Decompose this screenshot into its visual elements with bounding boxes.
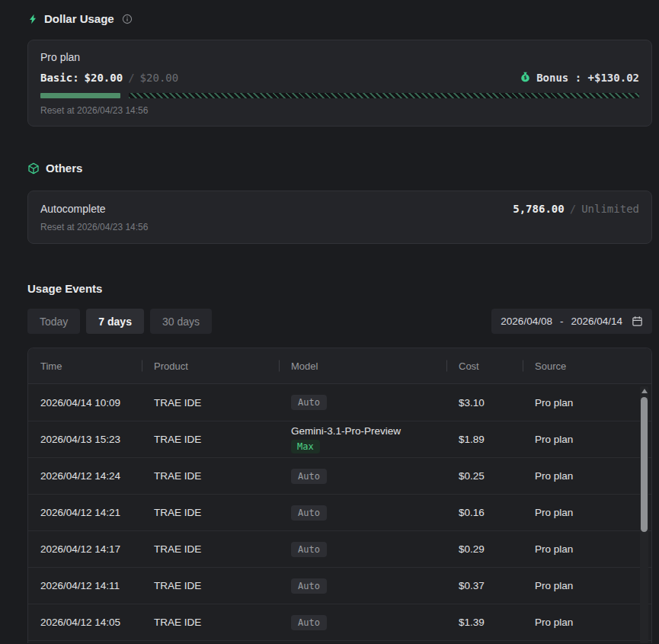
- column-header-time: Time: [28, 360, 142, 372]
- basic-used: $20.00: [85, 72, 123, 84]
- others-header: Others: [27, 162, 652, 175]
- table-scrollbar[interactable]: [640, 386, 648, 643]
- table-row: 2026/04/12 14:11TRAE IDEAuto$0.37Pro pla…: [28, 567, 651, 604]
- usage-page: Dollar Usage Pro plan Basic: $20.00 / $2…: [0, 0, 659, 643]
- filters-row: Today7 days30 days 2026/04/08 - 2026/04/…: [27, 309, 652, 334]
- autocomplete-separator: /: [570, 203, 576, 215]
- column-header-product: Product: [142, 360, 279, 372]
- cell-model: Auto: [279, 395, 446, 410]
- usage-events-title: Usage Events: [27, 282, 102, 296]
- table-row: 2026/04/12 14:17TRAE IDEAuto$0.29Pro pla…: [28, 530, 651, 567]
- date-range-start: 2026/04/08: [501, 316, 552, 327]
- table-row: 2026/04/12 14:24TRAE IDEAuto$0.25Pro pla…: [28, 457, 651, 494]
- autocomplete-usage: 5,786.00 / Unlimited: [513, 203, 639, 215]
- filter-button-30-days[interactable]: 30 days: [150, 309, 212, 334]
- plan-reset-text: Reset at 2026/04/23 14:56: [40, 105, 639, 116]
- cell-model: Auto: [279, 469, 446, 484]
- cell-product: TRAE IDE: [142, 543, 279, 555]
- cell-cost: $1.39: [446, 617, 523, 628]
- cell-cost: $0.37: [446, 580, 523, 591]
- column-header-source: Source: [523, 360, 651, 372]
- date-range-end: 2026/04/14: [571, 316, 622, 327]
- bonus-text: Bonus : +$130.02: [536, 72, 639, 84]
- cell-time: 2026/04/14 10:09: [28, 397, 142, 409]
- cell-source: Pro plan: [523, 470, 651, 482]
- cell-source: Pro plan: [523, 580, 651, 591]
- cell-time: 2026/04/12 14:17: [28, 543, 142, 555]
- progress-basic-segment: [40, 93, 120, 98]
- model-auto-badge: Auto: [291, 469, 327, 484]
- cell-cost: $0.25: [446, 470, 523, 482]
- cell-cost: $0.16: [446, 507, 523, 518]
- svg-text:$: $: [524, 74, 527, 81]
- autocomplete-used: 5,786.00: [513, 203, 564, 215]
- filter-button-today[interactable]: Today: [27, 309, 80, 334]
- cell-source: Pro plan: [523, 617, 651, 628]
- filter-group: Today7 days30 days: [27, 309, 212, 334]
- table-row-partial: [28, 640, 651, 643]
- usage-table-body: 2026/04/14 10:09TRAE IDEAuto$3.10Pro pla…: [28, 384, 651, 640]
- cell-time: 2026/04/12 14:05: [28, 617, 142, 628]
- scrollbar-thumb[interactable]: [641, 397, 648, 532]
- usage-events-table: TimeProductModelCostSource 2026/04/14 10…: [27, 348, 652, 643]
- model-auto-badge: Auto: [291, 578, 327, 594]
- basic-usage: Basic: $20.00 / $20.00: [40, 72, 178, 84]
- dollar-usage-header: Dollar Usage: [27, 12, 652, 26]
- cell-model: Auto: [279, 542, 446, 557]
- cell-product: TRAE IDE: [142, 397, 279, 409]
- cell-time: 2026/04/12 14:24: [28, 470, 142, 482]
- cell-product: TRAE IDE: [142, 580, 279, 591]
- column-header-cost: Cost: [446, 360, 523, 372]
- model-auto-badge: Auto: [291, 615, 327, 630]
- cell-time: 2026/04/13 15:23: [28, 434, 142, 445]
- cell-product: TRAE IDE: [142, 434, 279, 445]
- basic-separator: /: [128, 72, 134, 84]
- autocomplete-name: Autocomplete: [40, 202, 148, 216]
- model-name: Gemini-3.1-Pro-Preview: [291, 425, 401, 437]
- cell-model: Auto: [279, 615, 446, 630]
- cell-cost: $3.10: [446, 397, 523, 409]
- cell-source: Pro plan: [523, 434, 651, 445]
- cell-source: Pro plan: [523, 507, 651, 518]
- cell-model: Auto: [279, 505, 446, 521]
- date-range-picker[interactable]: 2026/04/08 - 2026/04/14: [491, 309, 652, 334]
- cell-product: TRAE IDE: [142, 470, 279, 482]
- usage-events-header: Usage Events: [27, 282, 652, 296]
- filter-button-7-days[interactable]: 7 days: [86, 309, 144, 334]
- cell-product: TRAE IDE: [142, 507, 279, 518]
- table-row: 2026/04/12 14:05TRAE IDEAuto$1.39Pro pla…: [28, 604, 651, 640]
- money-bag-icon: $: [520, 71, 531, 85]
- bonus: $ Bonus : +$130.02: [520, 71, 639, 85]
- autocomplete-total: Unlimited: [581, 203, 639, 215]
- lightning-icon: [27, 13, 38, 25]
- calendar-icon[interactable]: [630, 316, 643, 327]
- basic-label: Basic:: [40, 72, 79, 84]
- cell-cost: $1.89: [446, 434, 523, 445]
- progress-bonus-segment: [129, 93, 639, 98]
- model-auto-badge: Auto: [291, 542, 327, 557]
- plan-usage-line: Basic: $20.00 / $20.00 $ Bonus : +$130.0…: [40, 70, 639, 85]
- pro-plan-card: Pro plan Basic: $20.00 / $20.00 $ Bonus …: [27, 40, 652, 127]
- table-row: 2026/04/13 15:23TRAE IDEGemini-3.1-Pro-P…: [28, 421, 651, 457]
- basic-total: $20.00: [140, 72, 179, 84]
- autocomplete-reset-text: Reset at 2026/04/23 14:56: [40, 222, 148, 232]
- cell-model: Auto: [279, 578, 446, 594]
- usage-progress-bar: [40, 93, 639, 98]
- autocomplete-card: Autocomplete Reset at 2026/04/23 14:56 5…: [27, 191, 652, 244]
- others-title: Others: [46, 162, 82, 175]
- table-header-row: TimeProductModelCostSource: [28, 348, 651, 384]
- cell-time: 2026/04/12 14:21: [28, 507, 142, 518]
- info-icon[interactable]: [122, 14, 133, 24]
- plan-name: Pro plan: [40, 50, 639, 64]
- date-range-separator: -: [560, 316, 564, 327]
- table-row: 2026/04/12 14:21TRAE IDEAuto$0.16Pro pla…: [28, 494, 651, 530]
- cell-source: Pro plan: [523, 543, 651, 555]
- column-header-model: Model: [279, 360, 446, 372]
- scrollbar-up-arrow[interactable]: [640, 386, 648, 396]
- table-row: 2026/04/14 10:09TRAE IDEAuto$3.10Pro pla…: [28, 384, 651, 421]
- dollar-usage-title: Dollar Usage: [44, 12, 114, 26]
- cell-time: 2026/04/12 14:11: [28, 580, 142, 591]
- model-auto-badge: Auto: [291, 395, 327, 410]
- cell-product: TRAE IDE: [142, 617, 279, 628]
- model-max-badge: Max: [291, 440, 320, 453]
